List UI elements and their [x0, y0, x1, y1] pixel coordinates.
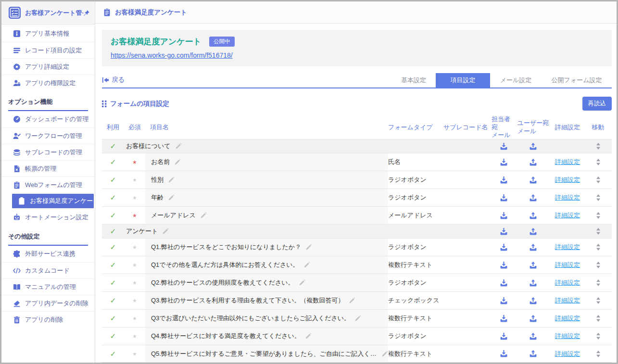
- detail-settings-link[interactable]: 詳細設定: [555, 176, 580, 184]
- move-icon[interactable]: [596, 212, 601, 219]
- enabled-check-icon[interactable]: ✓: [110, 314, 116, 323]
- upload-icon[interactable]: [529, 158, 537, 166]
- pencil-icon[interactable]: [174, 159, 181, 165]
- upload-icon[interactable]: [529, 350, 537, 358]
- enabled-check-icon[interactable]: ✓: [110, 227, 116, 236]
- upload-icon[interactable]: [529, 279, 537, 287]
- back-link[interactable]: 戻る: [102, 75, 125, 88]
- enabled-check-icon[interactable]: ✓: [110, 296, 116, 305]
- download-icon[interactable]: [500, 332, 508, 340]
- detail-settings-link[interactable]: 詳細設定: [555, 332, 580, 340]
- detail-settings-link[interactable]: 詳細設定: [555, 211, 580, 220]
- pencil-icon[interactable]: [305, 333, 312, 339]
- upload-icon[interactable]: [529, 227, 537, 236]
- move-icon[interactable]: [596, 194, 601, 201]
- pencil-icon[interactable]: [162, 228, 169, 235]
- reload-button[interactable]: 再読込: [582, 97, 612, 111]
- detail-settings-link[interactable]: 詳細設定: [555, 158, 580, 166]
- move-icon[interactable]: [596, 333, 601, 339]
- sidebar-item[interactable]: カスタムコード: [1, 262, 95, 278]
- enabled-check-icon[interactable]: ✓: [110, 158, 116, 166]
- pencil-icon[interactable]: [305, 244, 312, 251]
- tab-inactive[interactable]: メール設定: [490, 73, 542, 88]
- pencil-icon[interactable]: [303, 262, 310, 268]
- pencil-icon[interactable]: [354, 315, 361, 322]
- sidebar-item[interactable]: アプリ内データの削除: [1, 295, 95, 311]
- enabled-check-icon[interactable]: ✓: [110, 193, 116, 202]
- pencil-icon[interactable]: [175, 143, 182, 150]
- upload-icon[interactable]: [529, 142, 537, 151]
- pencil-icon[interactable]: [299, 279, 305, 286]
- move-icon[interactable]: [596, 262, 601, 268]
- sidebar-item[interactable]: 外部サービス連携: [1, 246, 95, 262]
- sidebar-item[interactable]: ワークフローの管理: [1, 127, 95, 144]
- download-icon[interactable]: [500, 350, 508, 358]
- detail-settings-link[interactable]: 詳細設定: [555, 261, 580, 269]
- sidebar-item[interactable]: ダッシュボードの管理: [1, 111, 95, 127]
- detail-settings-link[interactable]: 詳細設定: [555, 193, 580, 202]
- move-icon[interactable]: [596, 159, 601, 165]
- detail-settings-link[interactable]: 詳細設定: [555, 314, 580, 323]
- upload-icon[interactable]: [529, 314, 537, 323]
- sidebar-item[interactable]: アプリの削除: [1, 311, 95, 327]
- download-icon[interactable]: [500, 194, 508, 202]
- enabled-check-icon[interactable]: ✓: [110, 176, 116, 184]
- download-icon[interactable]: [500, 176, 508, 184]
- move-icon[interactable]: [596, 176, 601, 183]
- move-icon[interactable]: [596, 228, 601, 235]
- detail-settings-link[interactable]: 詳細設定: [555, 243, 580, 251]
- download-icon[interactable]: [500, 158, 508, 166]
- enabled-check-icon[interactable]: ✓: [110, 278, 116, 287]
- pencil-icon[interactable]: [381, 351, 388, 357]
- download-icon[interactable]: [500, 227, 508, 236]
- enabled-check-icon[interactable]: ✓: [110, 243, 116, 251]
- detail-settings-link[interactable]: 詳細設定: [555, 296, 580, 305]
- sidebar-item[interactable]: サブレコードの管理: [1, 144, 95, 160]
- sidebar-item[interactable]: お客様満足度アンケート: [12, 194, 94, 208]
- tab-active[interactable]: 項目設定: [436, 73, 490, 88]
- sidebar-item[interactable]: レコード項目の設定: [1, 42, 95, 58]
- sidebar-item[interactable]: アプリ基本情報: [1, 25, 95, 42]
- upload-icon[interactable]: [529, 261, 537, 269]
- move-icon[interactable]: [596, 279, 601, 286]
- detail-settings-link[interactable]: 詳細設定: [555, 278, 580, 287]
- download-icon[interactable]: [500, 314, 508, 323]
- move-icon[interactable]: [596, 315, 601, 322]
- download-icon[interactable]: [500, 279, 508, 287]
- sidebar-item[interactable]: アプリの権限設定: [1, 75, 95, 91]
- tab-inactive[interactable]: 公開フォーム設定: [542, 73, 612, 88]
- upload-icon[interactable]: [529, 243, 537, 251]
- download-icon[interactable]: [500, 261, 508, 269]
- form-url-link[interactable]: https://sena.works-go.com/form/f516718/: [111, 51, 233, 59]
- move-icon[interactable]: [596, 143, 601, 150]
- pencil-icon[interactable]: [168, 176, 175, 183]
- enabled-check-icon[interactable]: ✓: [110, 350, 116, 358]
- sidebar-item[interactable]: オートメーション設定: [1, 209, 95, 226]
- tab-inactive[interactable]: 基本設定: [391, 73, 436, 88]
- download-icon[interactable]: [500, 297, 508, 305]
- enabled-check-icon[interactable]: ✓: [110, 332, 116, 340]
- upload-icon[interactable]: [529, 332, 537, 340]
- download-icon[interactable]: [500, 142, 508, 151]
- upload-icon[interactable]: [529, 194, 537, 202]
- upload-icon[interactable]: [529, 297, 537, 305]
- pencil-icon[interactable]: [200, 212, 207, 219]
- enabled-check-icon[interactable]: ✓: [110, 261, 116, 269]
- download-icon[interactable]: [500, 243, 508, 251]
- pin-icon[interactable]: [83, 10, 90, 16]
- upload-icon[interactable]: [529, 176, 537, 184]
- enabled-check-icon[interactable]: ✓: [110, 211, 116, 220]
- enabled-check-icon[interactable]: ✓: [110, 142, 116, 151]
- download-icon[interactable]: [500, 212, 508, 220]
- move-icon[interactable]: [596, 297, 601, 304]
- pencil-icon[interactable]: [349, 297, 355, 304]
- move-icon[interactable]: [596, 351, 601, 357]
- pencil-icon[interactable]: [168, 194, 175, 201]
- sidebar-item[interactable]: マニュアルの管理: [1, 278, 95, 295]
- sidebar-item[interactable]: Webフォームの管理: [1, 176, 95, 193]
- detail-settings-link[interactable]: 詳細設定: [555, 350, 580, 358]
- upload-icon[interactable]: [529, 212, 537, 220]
- move-icon[interactable]: [596, 244, 601, 251]
- sidebar-item[interactable]: 帳票の管理: [1, 160, 95, 176]
- sidebar-item[interactable]: アプリ詳細設定: [1, 58, 95, 75]
